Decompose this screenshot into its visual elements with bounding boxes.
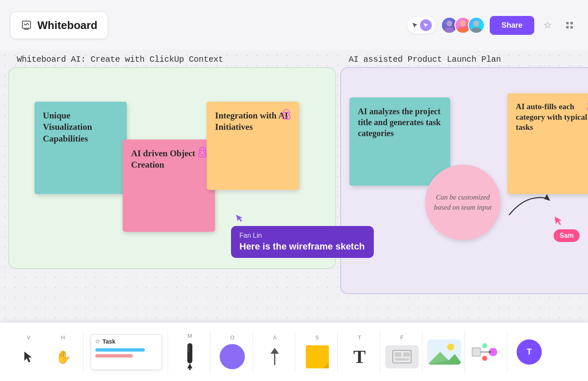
shape-circle-icon (220, 344, 245, 370)
avatar (468, 17, 485, 34)
svg-point-35 (482, 356, 487, 361)
flow-icon (470, 334, 504, 370)
svg-marker-15 (544, 194, 550, 201)
svg-point-34 (482, 343, 487, 348)
image-icon (428, 334, 461, 370)
select-tool[interactable]: V (12, 331, 45, 373)
title-area: Whiteboard (10, 12, 108, 39)
tool-group-frame: F (382, 331, 423, 373)
hand-icon: ✋ (55, 344, 71, 370)
tool-group-pen: M (170, 331, 210, 373)
ai-icon (280, 108, 293, 121)
svg-rect-26 (403, 352, 410, 357)
tool-label-t: T (358, 334, 361, 341)
sticky-tool[interactable]: S (300, 331, 334, 373)
svg-point-21 (189, 368, 191, 370)
cursor-group (407, 17, 436, 34)
svg-rect-10 (570, 26, 573, 29)
sticky-note-pink[interactable]: AI driven Object Creation (123, 139, 215, 232)
svg-point-29 (447, 344, 454, 350)
avatar-group (441, 17, 485, 34)
tool-group-select: V H ✋ (8, 331, 84, 373)
svg-point-3 (460, 21, 466, 26)
circle-text: Can be customized based on team input (433, 192, 492, 213)
sticky-note-teal-right[interactable]: AI analyzes the project title and genera… (349, 97, 450, 186)
sticky-note-teal-left[interactable]: Unique Visualization Capabilities (34, 102, 127, 194)
ai-icon (585, 99, 588, 113)
tool-group-image (424, 331, 465, 373)
whiteboard-icon (21, 19, 32, 31)
sticky-text: Integration with AI Initiatives (215, 110, 288, 132)
tool-label-s: S (315, 334, 319, 341)
svg-rect-9 (566, 26, 569, 29)
svg-point-12 (203, 150, 205, 151)
tool-label-v: V (27, 334, 31, 341)
left-section-label: Whiteboard AI: Create with ClickUp Conte… (17, 55, 223, 64)
tool-label-h: H (61, 334, 65, 341)
right-section: AI analyzes the project title and genera… (340, 67, 588, 294)
tool-label-f: F (400, 334, 404, 341)
tooltip-bubble: Fan Lin Here is the wireframe sketch (231, 226, 374, 258)
pen-icon (181, 342, 199, 371)
ai-tool[interactable]: T (512, 331, 546, 373)
shape-tool[interactable]: O (215, 331, 249, 373)
sam-cursor: Sam (554, 214, 580, 242)
image-tool[interactable] (428, 331, 461, 373)
svg-rect-25 (395, 352, 402, 357)
canvas-area[interactable]: Whiteboard AI: Create with ClickUp Conte… (0, 50, 588, 322)
share-button[interactable]: Share (490, 16, 534, 35)
svg-rect-27 (395, 358, 409, 360)
task-tool[interactable]: ⊙ Task (89, 331, 164, 373)
tooltip-message: Here is the wireframe sketch (239, 241, 365, 252)
tool-group-shape: O (212, 331, 253, 373)
tool-label-o: O (230, 334, 234, 341)
frame-tool[interactable]: F (385, 331, 419, 373)
tool-group-flow (467, 331, 507, 373)
header: Whiteboard (0, 0, 588, 50)
svg-point-13 (284, 112, 286, 113)
sticky-text: Unique Visualization Capabilities (43, 110, 92, 144)
svg-point-14 (287, 112, 289, 113)
circle-note[interactable]: Can be customized based on team input (425, 165, 501, 240)
star-button[interactable]: ☆ (539, 17, 556, 34)
tool-group-arrow: A (255, 331, 295, 373)
ai-tool-icon: T (517, 334, 542, 370)
svg-point-11 (200, 150, 202, 151)
arrow-tool[interactable]: A (258, 331, 291, 373)
sticky-text: AI analyzes the project title and genera… (358, 107, 441, 138)
svg-point-6 (471, 27, 482, 33)
sticky-text: AI auto-fills each category with typical… (516, 102, 587, 131)
task-preview: ⊙ Task (91, 334, 162, 370)
svg-rect-20 (187, 344, 189, 352)
cursor-icon (23, 344, 34, 370)
text-icon: T (353, 344, 365, 370)
more-menu-button[interactable] (561, 17, 578, 34)
tool-group-sticky: S (297, 331, 338, 373)
sticky-text: AI driven Object Creation (131, 148, 195, 170)
tool-label-m: M (188, 333, 192, 339)
pen-tool[interactable]: M (173, 331, 207, 373)
arrow-icon (266, 344, 283, 370)
sticky-note-orange-right[interactable]: AI auto-fills each category with typical… (507, 93, 588, 194)
svg-point-2 (444, 27, 455, 33)
svg-rect-8 (570, 22, 573, 24)
svg-marker-19 (187, 363, 192, 368)
flow-tool[interactable] (470, 331, 504, 373)
tooltip-user-name: Fan Lin (239, 232, 365, 239)
toolbar: V H ✋ ⊙ Task M (0, 322, 588, 381)
svg-rect-7 (566, 22, 569, 24)
right-section-label: AI assisted Product Launch Plan (349, 55, 501, 64)
hand-tool[interactable]: H ✋ (46, 331, 80, 373)
text-tool[interactable]: T T (343, 331, 376, 373)
frame-icon (385, 344, 419, 370)
sticky-icon (306, 344, 329, 370)
tool-group-ai: T (509, 331, 549, 373)
sam-label: Sam (554, 229, 580, 242)
tool-group-text: T T (339, 331, 380, 373)
sticky-note-orange-left[interactable]: Integration with AI Initiatives (207, 102, 299, 190)
header-actions: Share ☆ (407, 16, 578, 35)
tooltip-container: Fan Lin Here is the wireframe sketch (231, 223, 374, 258)
svg-point-1 (446, 21, 452, 26)
svg-marker-23 (270, 348, 279, 354)
svg-rect-32 (472, 348, 480, 356)
